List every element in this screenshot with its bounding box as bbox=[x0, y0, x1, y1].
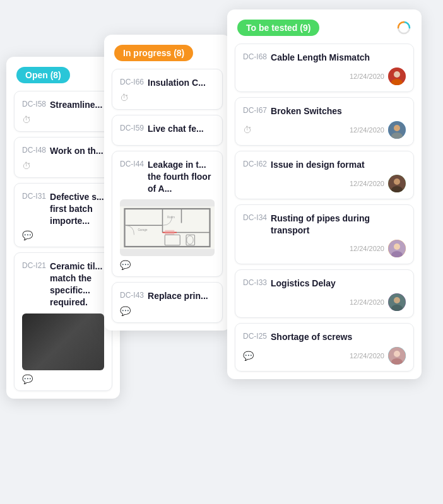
card-title: Ceramic til... match the specific... req… bbox=[50, 261, 104, 308]
card-title: Cable Length Mismatch bbox=[271, 52, 370, 64]
card-dc-i33[interactable]: DC-I33 Logistics Delay 12/24/2020 bbox=[235, 269, 414, 318]
card-dc-i31[interactable]: DC-I31 Defective s... first batch import… bbox=[14, 183, 112, 248]
clock-icon: ⏱ bbox=[243, 125, 252, 135]
svg-text:Room: Room bbox=[167, 216, 175, 219]
card-date: 12/24/2020 bbox=[350, 298, 384, 306]
dark-photo bbox=[22, 314, 104, 370]
card-icons: 💬 bbox=[22, 374, 104, 384]
column-open-header: Open (8) bbox=[6, 57, 120, 91]
clock-icon: ⏱ bbox=[22, 115, 31, 125]
card-icons: 💬 bbox=[120, 306, 215, 316]
svg-point-18 bbox=[394, 125, 400, 131]
card-title: Logistics Delay bbox=[271, 278, 336, 290]
open-badge: Open (8) bbox=[16, 67, 70, 83]
card-icons: 💬 bbox=[120, 260, 215, 270]
inprogress-items: DC-I66 Insulation C... ⏱ DC-I59 Live cha… bbox=[104, 69, 230, 331]
card-dc-i25[interactable]: DC-I25 Shortage of screws 💬 12/24/2020 bbox=[235, 323, 414, 372]
comment-icon: 💬 bbox=[120, 260, 131, 270]
svg-rect-0 bbox=[120, 207, 215, 250]
card-dc-i21[interactable]: DC-I21 Ceramic til... match the specific… bbox=[14, 252, 112, 391]
tobetested-items: DC-I68 Cable Length Mismatch 12/24/2020 … bbox=[227, 44, 422, 379]
clock-icon: ⏱ bbox=[22, 161, 31, 171]
card-meta: ⏱ 12/24/2020 bbox=[243, 121, 406, 139]
card-dc-i68[interactable]: DC-I68 Cable Length Mismatch 12/24/2020 bbox=[235, 44, 414, 92]
card-id: DC-I68 bbox=[243, 52, 267, 61]
clock-icon: ⏱ bbox=[120, 93, 129, 103]
card-title: Shortage of screws bbox=[271, 331, 352, 343]
svg-point-24 bbox=[394, 243, 400, 250]
card-date: 12/24/2020 bbox=[350, 73, 384, 80]
avatar bbox=[388, 240, 406, 257]
svg-point-27 bbox=[394, 297, 400, 303]
column-inprogress: In progress (8) DC-I66 Insulation C... ⏱… bbox=[104, 35, 230, 331]
card-icons: ⏱ bbox=[22, 115, 104, 125]
card-date: 12/24/2020 bbox=[350, 180, 384, 187]
date-avatar-row: 12/24/2020 bbox=[243, 67, 406, 85]
card-icons: 💬 bbox=[22, 230, 104, 240]
avatar bbox=[388, 121, 406, 139]
card-dc-i59[interactable]: DC-I59 Live chat fe... bbox=[112, 115, 223, 146]
svg-rect-7 bbox=[165, 230, 174, 235]
column-inprogress-header: In progress (8) bbox=[104, 35, 230, 69]
card-dc-i34[interactable]: DC-I34 Rusting of pipes during transport… bbox=[235, 204, 414, 265]
loading-icon bbox=[396, 20, 411, 35]
card-id: DC-I59 bbox=[120, 124, 144, 132]
card-dc-i44[interactable]: DC-I44 Leakage in t... the fourth floor … bbox=[112, 151, 223, 278]
date-avatar-row: 12/24/2020 bbox=[243, 240, 406, 257]
card-id: DC-I43 bbox=[120, 291, 144, 300]
card-id: DC-I31 bbox=[22, 192, 46, 201]
card-dc-i66[interactable]: DC-I66 Insulation C... ⏱ bbox=[112, 69, 223, 110]
card-id: DC-I67 bbox=[243, 106, 267, 115]
card-title: Broken Switches bbox=[271, 105, 342, 117]
card-dc-i62[interactable]: DC-I62 Issue in design format 12/24/2020 bbox=[235, 151, 414, 199]
card-image bbox=[22, 314, 104, 370]
card-title: Issue in design format bbox=[271, 159, 365, 171]
svg-point-21 bbox=[394, 179, 400, 185]
svg-point-15 bbox=[394, 71, 400, 78]
avatar bbox=[388, 67, 406, 85]
card-id: DC-I25 bbox=[243, 332, 267, 341]
column-tobetested-header: To be tested (9) bbox=[227, 9, 422, 44]
card-id: DC-I44 bbox=[120, 160, 144, 168]
card-title: Live chat fe... bbox=[148, 123, 204, 135]
card-title: Streamline... bbox=[50, 99, 102, 111]
card-title: Leakage in t... the fourth floor of A... bbox=[148, 159, 215, 195]
board-container: Open (8) DC-I58 Streamline... ⏱ DC-I48 W… bbox=[0, 0, 443, 504]
comment-icon: 💬 bbox=[120, 306, 131, 316]
date-avatar-row: 12/24/2020 bbox=[243, 293, 406, 311]
card-icons: ⏱ bbox=[120, 93, 215, 103]
svg-point-30 bbox=[394, 351, 400, 357]
card-dc-i43[interactable]: DC-I43 Replace prin... 💬 bbox=[112, 282, 223, 323]
comment-icon: 💬 bbox=[22, 374, 33, 384]
card-title: Work on th... bbox=[50, 145, 103, 157]
card-title: Defective s... first batch importe... bbox=[50, 191, 104, 227]
card-title: Replace prin... bbox=[148, 290, 208, 302]
avatar bbox=[388, 347, 406, 365]
card-dc-i48[interactable]: DC-I48 Work on th... ⏱ bbox=[14, 137, 112, 178]
card-title: Rusting of pipes during transport bbox=[271, 213, 406, 237]
card-date: 12/24/2020 bbox=[350, 245, 384, 252]
tobetested-badge: To be tested (9) bbox=[237, 20, 319, 36]
card-dc-i67[interactable]: DC-I67 Broken Switches ⏱ 12/24/2020 bbox=[235, 97, 414, 146]
inprogress-badge: In progress (8) bbox=[114, 45, 193, 61]
avatar bbox=[388, 175, 406, 192]
card-id: DC-I58 bbox=[22, 100, 46, 108]
date-avatar-row: 12/24/2020 bbox=[243, 175, 406, 192]
card-date: 12/24/2020 bbox=[350, 352, 384, 360]
card-dc-i58[interactable]: DC-I58 Streamline... ⏱ bbox=[14, 91, 112, 132]
card-date: 12/24/2020 bbox=[350, 126, 384, 134]
floor-plan-image: Garage Room bbox=[120, 199, 215, 256]
card-id: DC-I21 bbox=[22, 261, 46, 270]
card-meta: 💬 12/24/2020 bbox=[243, 347, 406, 365]
avatar bbox=[388, 293, 406, 311]
comment-icon: 💬 bbox=[243, 351, 254, 361]
column-tobetested: To be tested (9) DC-I68 Cable Length Mis… bbox=[227, 9, 422, 379]
open-items: DC-I58 Streamline... ⏱ DC-I48 Work on th… bbox=[6, 91, 120, 399]
card-id: DC-I62 bbox=[243, 160, 267, 168]
card-title: Insulation C... bbox=[148, 77, 206, 89]
comment-icon: 💬 bbox=[22, 230, 33, 240]
card-id: DC-I34 bbox=[243, 213, 267, 222]
card-id: DC-I48 bbox=[22, 146, 46, 155]
svg-text:Garage: Garage bbox=[138, 229, 148, 232]
card-id: DC-I33 bbox=[243, 278, 267, 287]
